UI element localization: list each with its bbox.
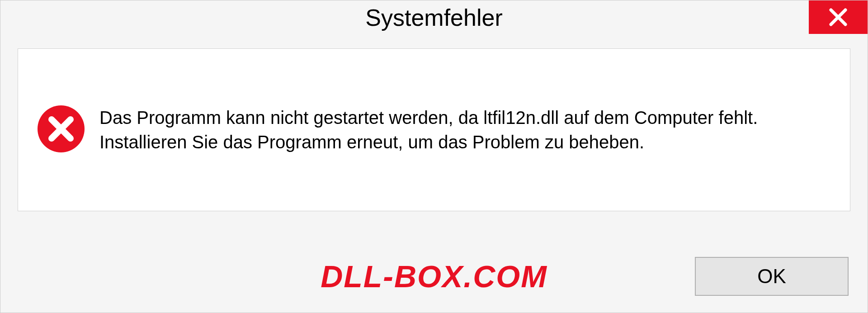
ok-button[interactable]: OK: [695, 257, 849, 296]
close-icon: [828, 7, 848, 27]
close-button[interactable]: [809, 0, 868, 34]
error-message: Das Programm kann nicht gestartet werden…: [99, 105, 832, 154]
error-dialog: Systemfehler Das Programm kann nicht ges…: [0, 0, 868, 313]
error-icon: [36, 104, 86, 156]
dialog-title: Systemfehler: [365, 4, 502, 31]
dialog-footer: DLL-BOX.COM OK: [0, 240, 868, 313]
watermark-text: DLL-BOX.COM: [321, 259, 547, 294]
titlebar: Systemfehler: [0, 0, 868, 35]
content-area: Das Programm kann nicht gestartet werden…: [18, 48, 850, 211]
